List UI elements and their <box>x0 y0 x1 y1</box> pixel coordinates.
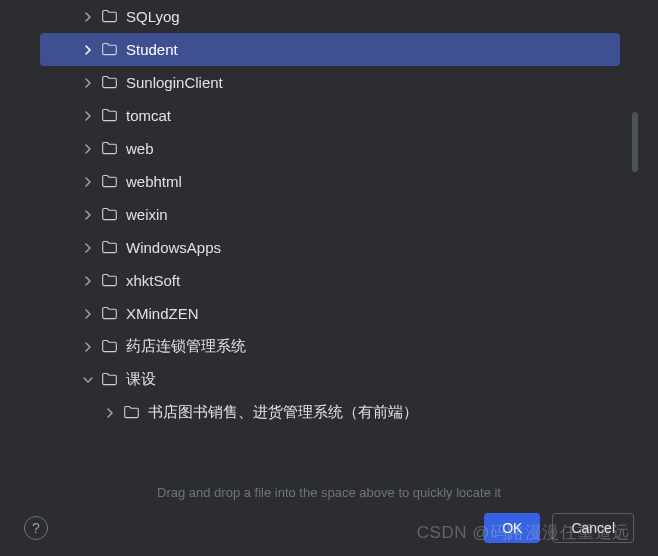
tree-row[interactable]: 药店连锁管理系统 <box>40 330 620 363</box>
chevron-right-icon[interactable] <box>100 403 120 423</box>
scrollbar-thumb[interactable] <box>632 112 638 172</box>
chevron-right-icon[interactable] <box>78 73 98 93</box>
tree-row[interactable]: xhktSoft <box>40 264 620 297</box>
folder-icon <box>98 39 120 61</box>
cancel-button[interactable]: Cancel <box>552 513 634 543</box>
tree-row[interactable]: 书店图书销售、进货管理系统（有前端） <box>40 396 620 429</box>
help-button[interactable]: ? <box>24 516 48 540</box>
tree-item-label: web <box>126 140 154 157</box>
tree-item-label: WindowsApps <box>126 239 221 256</box>
folder-icon <box>98 369 120 391</box>
tree-row[interactable]: XMindZEN <box>40 297 620 330</box>
chevron-down-icon[interactable] <box>78 370 98 390</box>
chevron-right-icon[interactable] <box>78 337 98 357</box>
tree-item-label: xhktSoft <box>126 272 180 289</box>
tree-row[interactable]: Student <box>40 33 620 66</box>
tree-item-label: webhtml <box>126 173 182 190</box>
chevron-right-icon[interactable] <box>78 238 98 258</box>
chevron-right-icon[interactable] <box>78 139 98 159</box>
dialog-footer: ? OK Cancel <box>18 500 640 556</box>
folder-icon <box>98 6 120 28</box>
folder-icon <box>120 402 142 424</box>
chevron-right-icon[interactable] <box>78 205 98 225</box>
ok-button[interactable]: OK <box>484 513 540 543</box>
chevron-right-icon[interactable] <box>78 271 98 291</box>
tree-item-label: weixin <box>126 206 168 223</box>
tree-item-label: SunloginClient <box>126 74 223 91</box>
folder-icon <box>98 336 120 358</box>
tree-row[interactable]: webhtml <box>40 165 620 198</box>
folder-icon <box>98 270 120 292</box>
tree-item-label: 药店连锁管理系统 <box>126 337 246 356</box>
tree-row[interactable]: web <box>40 132 620 165</box>
folder-icon <box>98 138 120 160</box>
chevron-right-icon[interactable] <box>78 106 98 126</box>
tree-row[interactable]: tomcat <box>40 99 620 132</box>
chevron-right-icon[interactable] <box>78 304 98 324</box>
chevron-right-icon[interactable] <box>78 40 98 60</box>
chevron-right-icon[interactable] <box>78 172 98 192</box>
folder-icon <box>98 303 120 325</box>
tree-item-label: SQLyog <box>126 8 180 25</box>
tree-row[interactable]: weixin <box>40 198 620 231</box>
folder-tree: SQLyogStudentSunloginClienttomcatwebwebh… <box>18 0 640 488</box>
tree-row[interactable]: SunloginClient <box>40 66 620 99</box>
tree-row[interactable]: WindowsApps <box>40 231 620 264</box>
chevron-right-icon[interactable] <box>78 7 98 27</box>
folder-icon <box>98 105 120 127</box>
tree-row[interactable]: 课设 <box>40 363 620 396</box>
tree-item-label: 书店图书销售、进货管理系统（有前端） <box>148 403 418 422</box>
tree-row[interactable]: SQLyog <box>40 0 620 33</box>
tree-item-label: XMindZEN <box>126 305 199 322</box>
dialog-actions: OK Cancel <box>484 513 634 543</box>
folder-icon <box>98 171 120 193</box>
tree-item-label: tomcat <box>126 107 171 124</box>
folder-icon <box>98 237 120 259</box>
tree-item-label: Student <box>126 41 178 58</box>
tree-item-label: 课设 <box>126 370 156 389</box>
folder-icon <box>98 72 120 94</box>
folder-icon <box>98 204 120 226</box>
